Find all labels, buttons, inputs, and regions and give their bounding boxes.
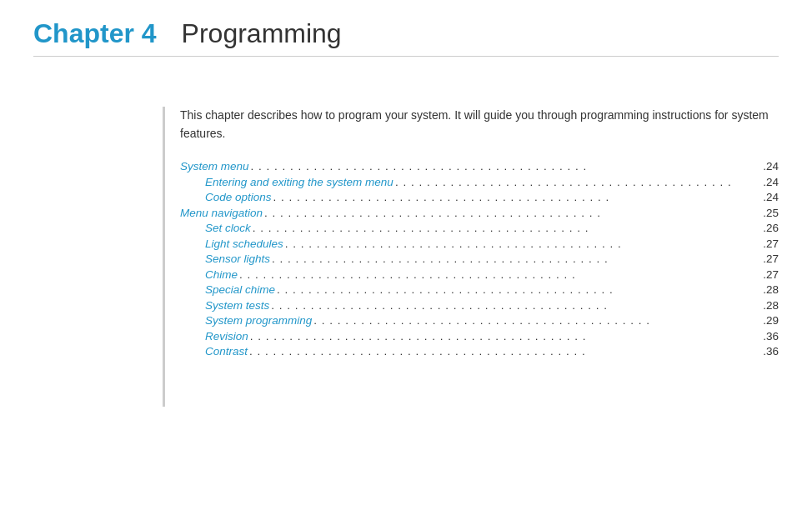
toc-page-number: .26 <box>763 222 779 234</box>
toc-row[interactable]: Entering and exiting the system menu . .… <box>205 177 779 188</box>
intro-paragraph: This chapter describes how to program yo… <box>180 107 779 142</box>
toc-page-number: .24 <box>763 177 779 188</box>
toc-dots: . . . . . . . . . . . . . . . . . . . . … <box>273 192 762 203</box>
toc-page-number: .28 <box>763 300 779 312</box>
toc-link[interactable]: System programming <box>205 315 312 327</box>
toc-dots: . . . . . . . . . . . . . . . . . . . . … <box>239 269 761 281</box>
toc-row[interactable]: System tests . . . . . . . . . . . . . .… <box>205 300 779 312</box>
toc-link[interactable]: Code options <box>205 192 272 203</box>
toc-page-number: .36 <box>763 346 779 358</box>
toc-row[interactable]: Sensor lights . . . . . . . . . . . . . … <box>205 253 779 265</box>
toc-link[interactable]: Revision <box>205 331 248 342</box>
header-divider <box>33 56 779 57</box>
toc-row[interactable]: Menu navigation . . . . . . . . . . . . … <box>180 208 779 219</box>
toc-page-number: .24 <box>763 192 779 203</box>
toc-dots: . . . . . . . . . . . . . . . . . . . . … <box>271 300 761 312</box>
toc-link[interactable]: Entering and exiting the system menu <box>205 177 393 188</box>
toc-dots: . . . . . . . . . . . . . . . . . . . . … <box>272 253 761 265</box>
toc-dots: . . . . . . . . . . . . . . . . . . . . … <box>251 161 762 172</box>
toc-dots: . . . . . . . . . . . . . . . . . . . . … <box>277 284 761 296</box>
main-content: This chapter describes how to program yo… <box>0 107 812 407</box>
main-text-area: This chapter describes how to program yo… <box>180 107 812 407</box>
toc-row[interactable]: Light schedules . . . . . . . . . . . . … <box>205 238 779 250</box>
toc-row[interactable]: System menu . . . . . . . . . . . . . . … <box>180 161 779 172</box>
toc-link[interactable]: Menu navigation <box>180 208 263 219</box>
toc-page-number: .36 <box>763 331 779 342</box>
toc-link[interactable]: System menu <box>180 161 249 172</box>
page: Chapter 4 Programming This chapter descr… <box>0 0 812 530</box>
toc-row[interactable]: Chime . . . . . . . . . . . . . . . . . … <box>205 269 779 281</box>
table-of-contents: System menu . . . . . . . . . . . . . . … <box>180 161 779 358</box>
toc-page-number: .25 <box>763 208 779 219</box>
toc-link[interactable]: Set clock <box>205 222 251 234</box>
chapter-label: Chapter 4 <box>33 18 157 49</box>
toc-link[interactable]: Special chime <box>205 284 275 296</box>
toc-link[interactable]: Sensor lights <box>205 253 270 265</box>
toc-link[interactable]: Chime <box>205 269 238 281</box>
toc-page-number: .27 <box>763 253 779 265</box>
toc-row[interactable]: Revision . . . . . . . . . . . . . . . .… <box>205 331 779 342</box>
toc-link[interactable]: Light schedules <box>205 238 283 250</box>
toc-page-number: .29 <box>763 315 779 327</box>
toc-dots: . . . . . . . . . . . . . . . . . . . . … <box>313 315 761 327</box>
toc-row[interactable]: Contrast . . . . . . . . . . . . . . . .… <box>205 346 779 358</box>
toc-dots: . . . . . . . . . . . . . . . . . . . . … <box>264 208 761 219</box>
toc-page-number: .27 <box>763 238 779 250</box>
page-header: Chapter 4 Programming <box>0 0 812 49</box>
chapter-title: Programming <box>182 18 342 49</box>
toc-page-number: .28 <box>763 284 779 296</box>
toc-dots: . . . . . . . . . . . . . . . . . . . . … <box>250 331 761 342</box>
toc-row[interactable]: Code options . . . . . . . . . . . . . .… <box>205 192 779 203</box>
toc-dots: . . . . . . . . . . . . . . . . . . . . … <box>285 238 761 250</box>
toc-dots: . . . . . . . . . . . . . . . . . . . . … <box>249 346 761 358</box>
toc-row[interactable]: System programming . . . . . . . . . . .… <box>205 315 779 327</box>
toc-dots: . . . . . . . . . . . . . . . . . . . . … <box>253 222 761 234</box>
toc-row[interactable]: Special chime . . . . . . . . . . . . . … <box>205 284 779 296</box>
toc-page-number: .24 <box>763 161 779 172</box>
left-border-rule <box>163 107 165 407</box>
toc-dots: . . . . . . . . . . . . . . . . . . . . … <box>395 177 761 188</box>
toc-link[interactable]: Contrast <box>205 346 248 358</box>
toc-link[interactable]: System tests <box>205 300 269 312</box>
toc-row[interactable]: Set clock . . . . . . . . . . . . . . . … <box>205 222 779 234</box>
toc-page-number: .27 <box>763 269 779 281</box>
